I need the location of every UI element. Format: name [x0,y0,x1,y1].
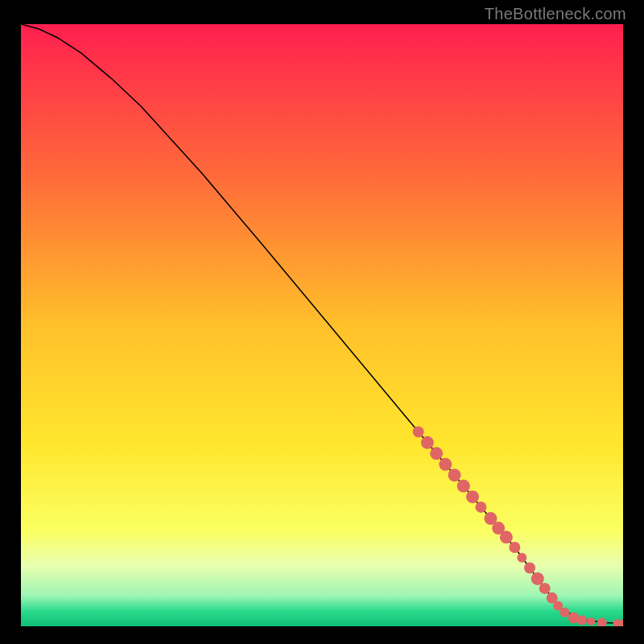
plot-svg [21,24,623,626]
marker-point [559,608,569,617]
marker-point [531,572,544,585]
chart-container: TheBottleneck.com [0,0,644,644]
marker-point [466,490,479,503]
marker-point [421,436,434,449]
marker-point [509,542,520,553]
marker-point [587,617,595,625]
marker-point [475,502,486,513]
marker-point [500,530,513,543]
marker-point [413,426,424,437]
marker-point [524,562,535,573]
marker-point [517,553,526,563]
marker-point [430,447,443,460]
watermark-text: TheBottleneck.com [485,5,626,23]
marker-point [439,458,452,471]
marker-point [457,480,470,493]
marker-point [539,583,551,594]
plot-background [21,24,623,626]
plot-area [21,24,623,626]
marker-point [577,616,587,625]
marker-point [448,469,461,481]
